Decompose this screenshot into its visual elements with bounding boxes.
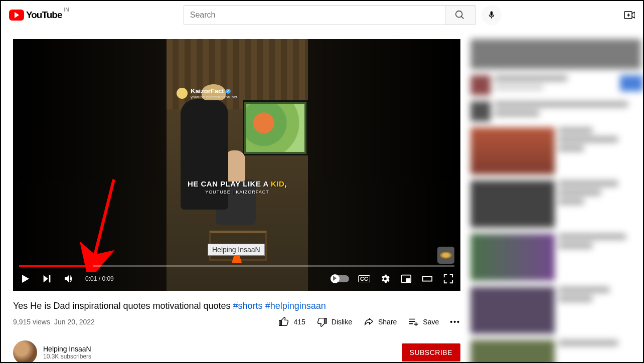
like-count: 415 <box>293 318 305 326</box>
in-video-caption-sub: YOUTUBE | KAIZORFACT <box>167 190 308 195</box>
in-video-avatar <box>177 88 188 99</box>
svg-line-3 <box>632 12 635 14</box>
upload-date: Jun 20, 2022 <box>54 318 95 326</box>
playlist-add-icon <box>408 316 419 327</box>
share-icon <box>363 316 374 327</box>
svg-rect-11 <box>423 276 432 281</box>
thumbs-up-icon <box>278 316 289 327</box>
youtube-play-icon <box>9 10 24 21</box>
next-button[interactable] <box>41 273 53 285</box>
theater-button[interactable] <box>421 273 433 285</box>
search-icon <box>454 10 465 21</box>
dislike-button[interactable]: Dislike <box>316 316 352 327</box>
thumbs-down-icon <box>316 316 328 327</box>
verified-icon: ✓ <box>226 89 231 94</box>
miniplayer-button[interactable] <box>400 273 412 285</box>
youtube-logo[interactable]: YouTube IN <box>9 10 62 21</box>
save-label: Save <box>423 318 439 326</box>
subscribe-button[interactable]: SUBSCRIBE <box>402 343 460 361</box>
video-meta-row: 9,915 views Jun 20, 2022 415 Dislike Sha… <box>13 316 460 327</box>
channel-row: Helping InsaaN 10.3K subscribers SUBSCRI… <box>13 340 460 363</box>
like-button[interactable]: 415 <box>278 316 305 327</box>
dislike-label: Dislike <box>332 318 352 326</box>
create-icon <box>623 9 635 21</box>
search-box <box>184 5 475 25</box>
in-video-caption: HE CAN PLAY LIKE A KID, <box>167 179 308 188</box>
share-button[interactable]: Share <box>363 316 397 327</box>
captions-button[interactable]: CC <box>358 275 370 282</box>
primary-column: KaizorFact ✓ youtube.com/c/KaizorFact HE… <box>13 39 460 363</box>
volume-icon <box>63 273 75 285</box>
autoplay-toggle[interactable] <box>331 275 349 282</box>
svg-rect-10 <box>406 279 410 282</box>
channel-avatar[interactable] <box>13 340 37 363</box>
next-icon <box>42 273 53 284</box>
hashtag-link[interactable]: #shorts <box>233 301 263 311</box>
svg-line-1 <box>461 17 464 19</box>
main-content: KaizorFact ✓ youtube.com/c/KaizorFact HE… <box>1 29 643 363</box>
more-actions-button[interactable]: ••• <box>450 318 460 326</box>
in-video-channel-name: KaizorFact <box>191 87 224 95</box>
youtube-wordmark: YouTube <box>26 10 62 21</box>
player-controls: 0:01 / 0:09 CC <box>13 267 460 291</box>
video-player[interactable]: KaizorFact ✓ youtube.com/c/KaizorFact HE… <box>13 39 460 291</box>
in-video-channel-url: youtube.com/c/KaizorFact <box>191 95 237 99</box>
settings-button[interactable] <box>379 273 391 285</box>
video-title: Yes He is Dad inspirational quotes motiv… <box>13 301 460 311</box>
time-display: 0:01 / 0:09 <box>85 275 114 282</box>
in-video-channel-overlay: KaizorFact ✓ youtube.com/c/KaizorFact <box>177 87 237 99</box>
microphone-icon <box>487 11 496 20</box>
gear-icon <box>380 273 391 284</box>
fullscreen-icon <box>443 273 454 284</box>
voice-search-button[interactable] <box>481 5 502 25</box>
in-video-watermark: Helping InsaaN <box>208 244 265 256</box>
share-label: Share <box>378 318 397 326</box>
channel-watermark-badge[interactable] <box>437 247 454 264</box>
save-button[interactable]: Save <box>408 316 439 327</box>
search-button[interactable] <box>445 5 475 25</box>
svg-line-4 <box>632 17 635 18</box>
volume-button[interactable] <box>63 273 75 285</box>
region-code: IN <box>64 7 69 13</box>
secondary-column <box>470 39 643 363</box>
player-pillarbox-left <box>13 39 167 291</box>
play-icon <box>19 272 31 285</box>
subscriber-count: 10.3K subscribers <box>43 353 91 360</box>
create-button[interactable] <box>623 9 635 21</box>
fullscreen-button[interactable] <box>442 273 454 285</box>
search-input[interactable] <box>184 5 445 25</box>
view-count: 9,915 views <box>13 318 50 326</box>
miniplayer-icon <box>401 273 412 284</box>
header-right <box>623 9 635 21</box>
svg-point-0 <box>456 11 462 18</box>
hashtag-link[interactable]: #helpinginsaan <box>265 301 326 311</box>
masthead: YouTube IN <box>1 1 643 29</box>
channel-name[interactable]: Helping InsaaN <box>43 345 91 353</box>
search-section <box>62 5 623 25</box>
theater-icon <box>421 273 433 284</box>
play-button[interactable] <box>19 273 31 285</box>
